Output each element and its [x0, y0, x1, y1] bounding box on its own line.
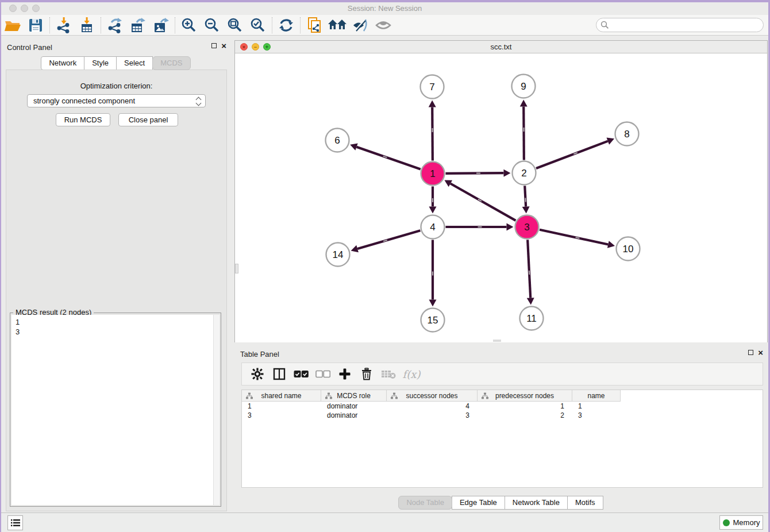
toolbar-separator: [300, 17, 301, 33]
close-panel-icon[interactable]: ×: [221, 43, 226, 49]
toolbar-separator: [175, 17, 175, 33]
export-network-icon[interactable]: [103, 16, 126, 34]
arrowhead-icon: [527, 298, 534, 304]
cell-predecessor-nodes[interactable]: 1: [478, 402, 572, 411]
show-panels-icon[interactable]: [372, 16, 395, 34]
node-table[interactable]: shared nameMCDS rolesuccessor nodesprede…: [241, 390, 763, 488]
tab-node-table[interactable]: Node Table: [398, 496, 452, 510]
tab-style[interactable]: Style: [84, 56, 117, 70]
deselect-all-icon[interactable]: [312, 365, 334, 383]
node-label-10: 10: [623, 244, 634, 255]
edge-3-11[interactable]: [528, 240, 530, 298]
show-columns-icon[interactable]: [268, 365, 290, 383]
export-image-icon[interactable]: [149, 16, 172, 34]
save-session-icon[interactable]: [24, 16, 47, 34]
edge-1-6[interactable]: [357, 147, 421, 169]
open-session-icon[interactable]: [1, 16, 24, 34]
tab-select[interactable]: Select: [116, 56, 153, 70]
network-graph[interactable]: 7968124314101511: [235, 53, 767, 342]
network-canvas[interactable]: 7968124314101511: [235, 53, 767, 342]
task-history-button[interactable]: [7, 515, 23, 530]
function-builder-icon[interactable]: f(x): [399, 365, 421, 383]
cell-successor-nodes[interactable]: 4: [387, 402, 478, 411]
apply-layout-icon[interactable]: [275, 16, 298, 34]
memory-status-icon: [723, 519, 730, 526]
delete-entries-icon[interactable]: [356, 365, 378, 383]
memory-button[interactable]: Memory: [719, 515, 763, 530]
arrowhead-icon: [520, 99, 528, 106]
clone-network-icon[interactable]: [303, 16, 326, 34]
toolbar-separator: [101, 17, 101, 33]
table-panel-title: Table Panel: [240, 350, 279, 358]
home-icon[interactable]: [326, 16, 349, 34]
memory-label: Memory: [733, 518, 760, 527]
tab-edge-table[interactable]: Edge Table: [452, 496, 505, 510]
node-label-6: 6: [334, 135, 340, 146]
node-label-14: 14: [333, 249, 344, 260]
import-table-icon[interactable]: [75, 16, 98, 34]
cell-MCDS-role[interactable]: dominator: [321, 411, 387, 420]
select-stepper-icon: [194, 95, 202, 107]
result-scrollbar[interactable]: [213, 315, 220, 505]
zoom-fit-icon[interactable]: [224, 16, 247, 34]
cell-shared-name[interactable]: 3: [242, 411, 321, 420]
search-input[interactable]: [596, 18, 764, 32]
mcds-result-area[interactable]: 1 3: [11, 315, 220, 505]
edge-2-9[interactable]: [523, 106, 524, 160]
edge-2-3[interactable]: [525, 186, 526, 206]
session-title: Session: New Session: [1, 4, 768, 13]
edge-1-2[interactable]: [445, 173, 503, 174]
tab-motifs[interactable]: Motifs: [567, 496, 603, 510]
node-label-4: 4: [430, 222, 435, 233]
float-panel-icon[interactable]: [211, 43, 217, 48]
toolbar-separator: [49, 17, 50, 33]
arrowhead-icon: [607, 241, 615, 248]
edge-4-14[interactable]: [357, 230, 420, 249]
zoom-in-icon[interactable]: [178, 16, 201, 34]
float-panel-icon[interactable]: [748, 350, 753, 355]
table-toolbar: f(x): [241, 363, 763, 385]
column-header-successor-nodes[interactable]: successor nodes: [387, 390, 478, 402]
cell-name[interactable]: 1: [572, 402, 621, 411]
run-mcds-button[interactable]: Run MCDS: [56, 113, 110, 126]
table-row[interactable]: 1dominator411: [242, 402, 763, 411]
toolbar-separator: [272, 17, 272, 33]
splitter-grip[interactable]: [493, 340, 501, 342]
hide-panels-icon[interactable]: [349, 16, 372, 34]
column-header-predecessor-nodes[interactable]: predecessor nodes: [478, 390, 572, 402]
column-header-name[interactable]: name: [572, 390, 621, 402]
select-all-icon[interactable]: [290, 365, 312, 383]
tab-mcds[interactable]: MCDS: [152, 56, 190, 70]
main-toolbar: [1, 15, 768, 36]
add-entry-icon[interactable]: [334, 365, 356, 383]
column-header-shared-name[interactable]: shared name: [242, 390, 321, 402]
table-settings-icon[interactable]: [247, 365, 268, 383]
cell-MCDS-role[interactable]: dominator: [321, 402, 387, 411]
cell-name[interactable]: 3: [572, 411, 621, 420]
edge-3-10[interactable]: [540, 230, 608, 245]
network-window-titlebar[interactable]: × − + scc.txt: [235, 41, 767, 53]
table-row[interactable]: 3dominator323: [242, 411, 763, 420]
cell-predecessor-nodes[interactable]: 2: [478, 411, 572, 420]
control-panel-tabs: NetworkStyleSelectMCDS: [1, 56, 231, 70]
control-panel-title: Control Panel: [7, 43, 52, 52]
optimization-criterion-select[interactable]: strongly connected component: [27, 94, 206, 107]
tab-network[interactable]: Network: [41, 56, 84, 70]
delete-table-icon[interactable]: [378, 365, 399, 383]
zoom-selected-icon[interactable]: [247, 16, 270, 34]
close-panel-icon[interactable]: ×: [758, 349, 763, 356]
edge-1-7[interactable]: [432, 107, 433, 160]
cell-shared-name[interactable]: 1: [242, 402, 321, 411]
tab-network-table[interactable]: Network Table: [505, 496, 568, 510]
export-table-icon[interactable]: [126, 16, 149, 34]
column-header-MCDS-role[interactable]: MCDS role: [321, 390, 387, 402]
splitter-grip[interactable]: [235, 264, 238, 273]
close-panel-button[interactable]: Close panel: [118, 113, 178, 126]
edge-3-1[interactable]: [451, 184, 516, 221]
zoom-out-icon[interactable]: [201, 16, 224, 34]
node-label-8: 8: [624, 129, 629, 140]
arrowhead-icon: [522, 206, 530, 213]
edge-2-8[interactable]: [536, 141, 608, 168]
import-network-icon[interactable]: [52, 16, 75, 34]
cell-successor-nodes[interactable]: 3: [387, 411, 478, 420]
